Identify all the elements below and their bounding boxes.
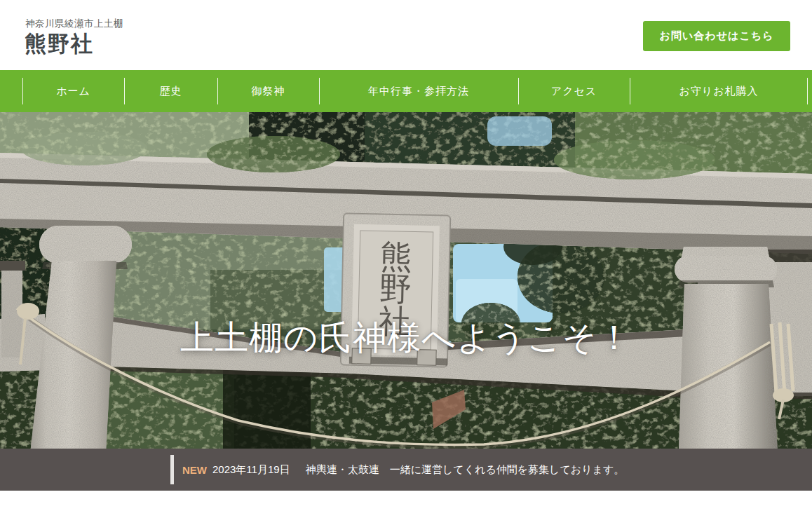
site-location-subtitle: 神奈川県綾瀬市上土棚 <box>25 18 123 30</box>
plaque-char-1: 熊 <box>379 239 412 275</box>
nav-item-omamori-shop[interactable]: お守りお札購入 <box>630 70 808 112</box>
contact-button[interactable]: お問い合わせはこちら <box>643 21 790 51</box>
nav-item-deities[interactable]: 御祭神 <box>217 70 319 112</box>
site-header: 神奈川県綾瀬市上土棚 熊野社 お問い合わせはこちら <box>0 0 812 70</box>
nav-inner: ホーム 歴史 御祭神 年中行事・参拝方法 アクセス お守りお札購入 <box>22 70 808 112</box>
site-title: 熊野社 <box>25 29 94 59</box>
main-nav: ホーム 歴史 御祭神 年中行事・参拝方法 アクセス お守りお札購入 <box>0 70 812 112</box>
news-date: 2023年11月19日 <box>212 463 290 477</box>
hero-section: 熊 野 社 <box>0 112 812 491</box>
nav-item-home[interactable]: ホーム <box>22 70 124 112</box>
torii-gate-photo: 熊 野 社 <box>0 112 812 491</box>
news-bar: NEW 2023年11月19日 神輿連・太鼓連 一緒に運営してくれる仲間を募集し… <box>0 449 812 491</box>
news-accent-bar <box>170 455 174 484</box>
nav-item-access[interactable]: アクセス <box>518 70 630 112</box>
news-new-badge: NEW <box>182 464 207 476</box>
kumano-shrine-homepage: 神奈川県綾瀬市上土棚 熊野社 お問い合わせはこちら ホーム 歴史 御祭神 年中行… <box>0 0 812 525</box>
nav-item-history[interactable]: 歴史 <box>124 70 217 112</box>
news-message-link[interactable]: 神輿連・太鼓連 一緒に運営してくれる仲間を募集しております。 <box>306 463 625 477</box>
nav-item-events-worship[interactable]: 年中行事・参拝方法 <box>319 70 518 112</box>
hero-headline: 上土棚の氏神様へようこそ！ <box>0 315 812 360</box>
plaque-char-2: 野 <box>379 271 412 308</box>
